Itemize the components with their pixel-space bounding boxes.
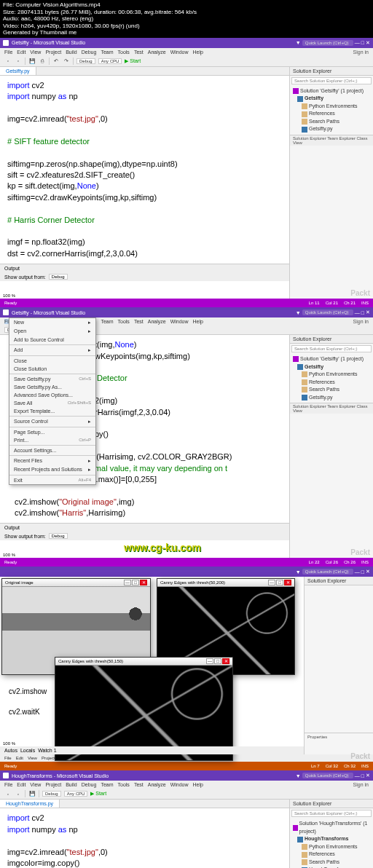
menu-test[interactable]: Test xyxy=(134,50,144,55)
locals-tab[interactable]: Locals xyxy=(20,748,35,753)
close-icon[interactable]: ✕ xyxy=(366,40,370,46)
output-tab[interactable]: Output xyxy=(4,525,20,530)
cm-add[interactable]: Add▸ xyxy=(9,346,95,355)
cm-save[interactable]: Save Getsifty.pyCtrl+S xyxy=(9,375,95,383)
output-body[interactable] xyxy=(0,281,289,293)
menu-help[interactable]: Help xyxy=(193,782,203,787)
sign-in-link[interactable]: Sign in xyxy=(353,782,369,787)
titlebar[interactable]: Getsifty - Microsoft Visual Studio ▼ Qui… xyxy=(0,38,373,48)
notification-icon[interactable]: ▼ xyxy=(296,773,301,778)
tree-env[interactable]: Python Environments xyxy=(302,103,370,111)
maximize-icon[interactable]: □ xyxy=(214,658,221,664)
menu-test[interactable]: Test xyxy=(134,319,144,324)
titlebar[interactable]: HoughTransforms - Microsoft Visual Studi… xyxy=(0,770,373,781)
minimize-icon[interactable]: — xyxy=(355,310,360,315)
close-icon[interactable]: ✕ xyxy=(284,580,291,585)
maximize-icon[interactable]: □ xyxy=(132,580,139,585)
se-search-input[interactable]: Search Solution Explorer (Ctrl+;) xyxy=(291,810,372,817)
titlebar[interactable]: ▼ Quick Launch (Ctrl+Q) — □ ✕ xyxy=(0,567,373,577)
notification-icon[interactable]: ▼ xyxy=(296,310,301,315)
platform-combo[interactable]: Any CPU xyxy=(98,58,122,64)
quick-launch-input[interactable]: Quick Launch (Ctrl+Q) xyxy=(302,40,353,46)
tree-env[interactable]: Python Environments xyxy=(302,843,370,851)
menu-test[interactable]: Test xyxy=(134,782,144,787)
menu-tools[interactable]: Tools xyxy=(118,50,130,55)
cm-page-setup[interactable]: Page Setup... xyxy=(9,428,95,436)
show-from-combo[interactable]: Debug xyxy=(49,533,68,539)
maximize-icon[interactable]: □ xyxy=(361,569,364,575)
menu-window[interactable]: Window xyxy=(170,782,189,787)
nav-back-icon[interactable]: ◦ xyxy=(4,790,12,797)
minimize-icon[interactable]: — xyxy=(206,658,213,664)
menu-window[interactable]: Window xyxy=(170,50,189,55)
menu-build[interactable]: Build xyxy=(66,50,77,55)
tree-ref[interactable]: References xyxy=(302,379,370,387)
cm-close[interactable]: Close xyxy=(9,357,95,365)
menu-project[interactable]: Project xyxy=(45,50,61,55)
tree-project[interactable]: Getsifty xyxy=(297,363,370,371)
img-titlebar[interactable]: Canny Edges with thresh(50,150) —□✕ xyxy=(55,658,232,666)
cm-exit[interactable]: ExitAlt+F4 xyxy=(9,476,95,484)
maximize-icon[interactable]: □ xyxy=(361,773,364,778)
quick-launch-input[interactable]: Quick Launch (Ctrl+Q) xyxy=(302,773,353,778)
tree-file[interactable]: Getsifty.py xyxy=(302,394,370,402)
nav-fwd-icon[interactable]: ◦ xyxy=(15,790,22,797)
cm-recent-proj[interactable]: Recent Projects and Solutions▸ xyxy=(9,465,95,474)
menu-help[interactable]: Help xyxy=(193,50,203,55)
code-editor[interactable]: import cv2 import numpy as np img=cv2.im… xyxy=(0,76,289,264)
cm-recent-files[interactable]: Recent Files▸ xyxy=(9,457,95,465)
nav-back-icon[interactable]: ◦ xyxy=(4,58,12,65)
se-search-input[interactable]: Search Solution Explorer (Ctrl+;) xyxy=(291,345,372,352)
tree-env[interactable]: Python Environments xyxy=(302,371,370,379)
watch-tab[interactable]: Watch 1 xyxy=(38,748,56,753)
cm-src-ctrl[interactable]: Source Control▸ xyxy=(9,417,95,426)
menu-analyze[interactable]: Analyze xyxy=(148,319,166,324)
menu-window[interactable]: Window xyxy=(170,319,189,324)
save-icon[interactable]: 💾 xyxy=(28,58,36,65)
minimize-icon[interactable]: — xyxy=(355,569,360,575)
tree-project[interactable]: HoughTransforms xyxy=(297,835,370,843)
maximize-icon[interactable]: □ xyxy=(361,40,364,45)
menu-tools[interactable]: Tools xyxy=(118,782,130,787)
close-icon[interactable]: ✕ xyxy=(366,309,370,315)
redo-icon[interactable]: ↷ xyxy=(63,58,70,65)
se-search-input[interactable]: Search Solution Explorer (Ctrl+;) xyxy=(291,77,372,84)
config-combo[interactable]: Debug xyxy=(76,58,95,64)
cm-save-all[interactable]: Save AllCtrl+Shift+S xyxy=(9,399,95,407)
cm-close-sln[interactable]: Close Solution xyxy=(9,365,95,373)
menu-project[interactable]: Project xyxy=(45,782,61,787)
tree-file[interactable]: Getsifty.py xyxy=(302,125,370,133)
menu-edit[interactable]: Edit xyxy=(17,50,25,55)
menu-team[interactable]: Team xyxy=(101,319,113,324)
minimize-icon[interactable]: — xyxy=(268,580,275,585)
menu-team[interactable]: Team xyxy=(101,50,113,55)
quick-launch-input[interactable]: Quick Launch (Ctrl+Q) xyxy=(302,309,353,315)
code-editor[interactable]: import cv2 import numpy as np img=cv2.im… xyxy=(0,808,289,868)
menu-build[interactable]: Build xyxy=(66,782,77,787)
menu-file[interactable]: File xyxy=(4,782,12,787)
save-all-icon[interactable]: ⎙ xyxy=(39,58,46,65)
cm-export[interactable]: Export Template... xyxy=(9,407,95,415)
menu-team[interactable]: Team xyxy=(101,782,113,787)
menu-view[interactable]: View xyxy=(30,50,41,55)
tree-solution[interactable]: Solution 'HoughTransforms' (1 project) xyxy=(293,820,370,835)
menu-file[interactable]: File xyxy=(4,50,12,55)
img-titlebar[interactable]: Original image —□✕ xyxy=(2,579,150,587)
tree-ref[interactable]: References xyxy=(302,851,370,859)
cm-open[interactable]: Open▸ xyxy=(9,327,95,336)
tree-solution[interactable]: Solution 'Getsifty' (1 project) xyxy=(293,87,370,95)
cm-account[interactable]: Account Settings... xyxy=(9,446,95,454)
code-fragment[interactable]: cv2.imshow cv2.waitK xyxy=(1,682,54,722)
start-button[interactable]: ▶ Start xyxy=(90,791,106,797)
menu-view[interactable]: View xyxy=(30,782,41,787)
tab-hough[interactable]: HoughTransforms.py xyxy=(0,800,60,808)
autos-tab[interactable]: Autos xyxy=(4,748,17,753)
menu-analyze[interactable]: Analyze xyxy=(148,50,166,55)
tree-project[interactable]: Getsifty xyxy=(297,95,370,103)
minimize-icon[interactable]: — xyxy=(355,40,360,45)
tree-solution[interactable]: Solution 'Getsifty' (1 project) xyxy=(293,355,370,363)
cm-print[interactable]: Print...Ctrl+P xyxy=(9,436,95,444)
close-icon[interactable]: ✕ xyxy=(366,773,370,778)
tree-sp[interactable]: Search Paths xyxy=(302,386,370,394)
cm-source-control[interactable]: Add to Source Control xyxy=(9,336,95,344)
